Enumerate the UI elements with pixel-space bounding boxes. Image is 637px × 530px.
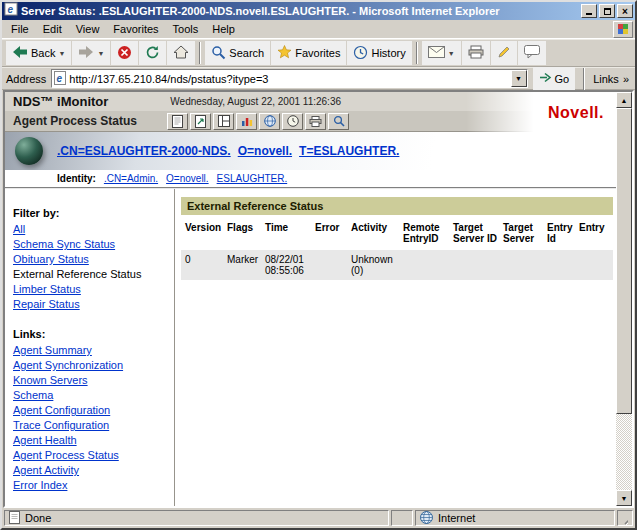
favorites-icon [277, 45, 292, 61]
link-agent-health[interactable]: Agent Health [13, 433, 166, 448]
menu-bar: File Edit View Favorites Tools Help [2, 20, 635, 39]
menu-edit[interactable]: Edit [36, 21, 69, 37]
browser-toolbar: Back ▼ ▼ Search Favorites History [2, 39, 635, 67]
scroll-down-icon[interactable]: ▼ [616, 490, 632, 506]
minimize-icon [586, 13, 592, 15]
link-agent-summary[interactable]: Agent Summary [13, 343, 166, 358]
cell-time: 08/22/01 08:55:06 [265, 254, 315, 276]
close-button[interactable]: × [617, 4, 633, 18]
search-button[interactable]: Search [205, 41, 270, 65]
resize-grip[interactable] [617, 510, 633, 526]
filter-obituary-status[interactable]: Obituary Status [13, 252, 166, 267]
main-content: External Reference Status Version Flags … [175, 189, 616, 506]
menu-tools[interactable]: Tools [166, 21, 206, 37]
ie-logo-icon[interactable]: e [4, 2, 18, 20]
history-button[interactable]: History [347, 41, 411, 65]
window-title: Server Status: .ESLAUGHTER-2000-NDS.nove… [21, 5, 578, 17]
maximize-button[interactable] [599, 4, 615, 18]
links-chevron-icon: » [623, 73, 629, 85]
stop-icon [117, 45, 132, 62]
printer-icon[interactable] [305, 113, 326, 130]
menu-view[interactable]: View [69, 21, 107, 37]
cell-entry-id [547, 254, 579, 276]
cell-error [315, 254, 351, 276]
address-input[interactable] [69, 71, 507, 86]
page-title: Agent Process Status [13, 114, 165, 128]
links-bar[interactable]: Links » [593, 73, 631, 85]
link-agent-configuration[interactable]: Agent Configuration [13, 403, 166, 418]
link-error-index[interactable]: Error Index [13, 478, 166, 493]
page-icon: e [54, 71, 66, 87]
chart-icon[interactable] [236, 113, 257, 130]
print-button[interactable] [462, 41, 490, 65]
magnifier-icon[interactable] [328, 113, 349, 130]
menu-file[interactable]: File [4, 21, 36, 37]
page-link-icon[interactable] [190, 113, 211, 130]
address-label: Address [6, 73, 46, 85]
identity-page-icon[interactable] [167, 113, 188, 130]
cell-activity: Unknown (0) [351, 254, 403, 276]
server-link-cn[interactable]: .CN=ESLAUGHTER-2000-NDS. [57, 144, 231, 158]
col-activity: Activity [351, 222, 403, 244]
minimize-button[interactable] [581, 4, 597, 18]
identity-link-tree[interactable]: ESLAUGHTER. [217, 173, 288, 184]
globe-icon[interactable] [259, 113, 280, 130]
scrollbar-thumb[interactable] [616, 108, 632, 414]
filter-repair-status[interactable]: Repair Status [13, 297, 166, 312]
forward-button[interactable]: ▼ [72, 41, 110, 65]
identity-link-cn[interactable]: .CN=Admin. [104, 173, 158, 184]
status-page-icon [9, 511, 20, 526]
scrollbar-track[interactable] [616, 108, 632, 490]
link-known-servers[interactable]: Known Servers [13, 373, 166, 388]
mail-icon [428, 46, 445, 60]
status-bar: Done Internet [2, 508, 635, 528]
link-agent-process-status[interactable]: Agent Process Status [13, 448, 166, 463]
clock-icon[interactable] [282, 113, 303, 130]
mail-button[interactable]: ▼ [422, 41, 461, 65]
identity-row: Identity: .CN=Admin. O=novell. ESLAUGHTE… [5, 170, 616, 187]
internet-zone-icon [420, 511, 433, 526]
frames-icon[interactable] [213, 113, 234, 130]
server-link-t[interactable]: T=ESLAUGHTER. [299, 144, 399, 158]
go-icon [539, 72, 552, 85]
menu-help[interactable]: Help [205, 21, 242, 37]
link-trace-configuration[interactable]: Trace Configuration [13, 418, 166, 433]
forward-dropdown-icon[interactable]: ▼ [97, 50, 104, 57]
server-link-o[interactable]: O=novell. [238, 144, 292, 158]
scroll-up-icon[interactable]: ▲ [616, 92, 632, 108]
toolbar-separator [416, 42, 418, 64]
page-body: Filter by: All Schema Sync Status Obitua… [5, 189, 616, 506]
back-button[interactable]: Back ▼ [6, 41, 71, 65]
table-row: 0 Marker 08/22/01 08:55:06 Unknown (0) [181, 250, 613, 280]
svg-text:e: e [8, 4, 14, 15]
close-icon: × [622, 6, 628, 17]
go-button[interactable]: Go [533, 67, 576, 91]
status-pane-spacer [391, 510, 413, 526]
menu-favorites[interactable]: Favorites [106, 21, 165, 37]
identity-link-o[interactable]: O=novell. [166, 173, 209, 184]
filter-heading: Filter by: [13, 207, 166, 219]
link-agent-activity[interactable]: Agent Activity [13, 463, 166, 478]
filter-all[interactable]: All [13, 222, 166, 237]
back-dropdown-icon[interactable]: ▼ [58, 50, 65, 57]
edit-button[interactable] [491, 41, 517, 65]
favorites-button[interactable]: Favorites [271, 41, 346, 65]
filter-external-reference-status: External Reference Status [13, 267, 166, 282]
filter-schema-sync-status[interactable]: Schema Sync Status [13, 237, 166, 252]
print-icon [468, 45, 484, 61]
maximize-icon [604, 8, 611, 15]
link-schema[interactable]: Schema [13, 388, 166, 403]
link-agent-synchronization[interactable]: Agent Synchronization [13, 358, 166, 373]
stop-button[interactable] [111, 41, 138, 65]
novell-logo[interactable]: Novell. [548, 104, 604, 122]
mail-dropdown-icon[interactable]: ▼ [448, 50, 455, 57]
vertical-scrollbar[interactable]: ▲ ▼ [616, 92, 632, 506]
filter-limber-status[interactable]: Limber Status [13, 282, 166, 297]
address-dropdown-button[interactable]: ▼ [511, 70, 527, 87]
discuss-button[interactable] [518, 41, 546, 65]
title-bar: e Server Status: .ESLAUGHTER-2000-NDS.no… [2, 2, 635, 20]
home-button[interactable] [167, 41, 195, 65]
col-time: Time [265, 222, 315, 244]
refresh-button[interactable] [139, 41, 166, 65]
address-field: e ▼ [51, 69, 527, 88]
